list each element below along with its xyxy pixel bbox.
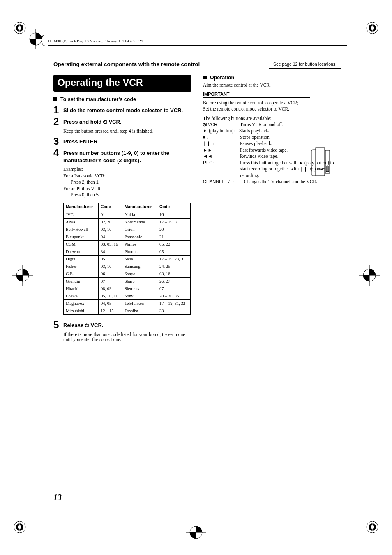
standby-icon	[103, 120, 107, 124]
step-4-text: Press number buttons (1-9, 0) to enter t…	[63, 148, 191, 164]
registration-mark-bottom	[186, 522, 206, 543]
step-5a: Release	[63, 322, 85, 328]
set-code-subhead: To set the manufacturer's code	[53, 97, 191, 102]
page-number: 13	[53, 493, 62, 502]
header-curve	[42, 35, 48, 46]
step-1: 1 Slide the remote control mode selector…	[53, 106, 191, 115]
registration-mark-left	[12, 265, 33, 286]
page-body: TH-M303[B].book Page 13 Monday, February…	[45, 37, 347, 518]
btn-row-stop: ■ : Stops operation.	[203, 134, 341, 141]
table-row: Bell+Howell03, 16Orion20	[64, 226, 191, 233]
play-desc: Starts playback.	[239, 128, 341, 134]
imp-line2b: VCR	[278, 106, 288, 111]
table-cell: 17 – 19, 31, 32	[157, 299, 190, 307]
table-cell: 20	[157, 226, 190, 233]
table-cell: Bell+Howell	[64, 226, 99, 233]
standby-icon	[85, 323, 89, 327]
table-cell: Orion	[122, 226, 157, 233]
step-2a: Press and hold	[63, 119, 103, 125]
example-panasonic: For a Panasonic VCR:	[63, 173, 191, 180]
operation-head: Operation	[203, 75, 341, 81]
table-cell: 28 – 30, 35	[157, 292, 190, 299]
step-2-sub: Keep the button pressed until step 4 is …	[63, 129, 191, 134]
th-code-2: Code	[157, 203, 190, 211]
step-5: 5 Release VCR.	[53, 320, 191, 329]
step-3: 3 Press ENTER.	[53, 137, 191, 146]
pause-symbol: ❙❙ :	[203, 140, 240, 147]
table-cell: 04, 05	[99, 299, 122, 307]
step-2-text: Press and hold VCR.	[63, 117, 121, 126]
right-column: Operation Aim the remote control at the …	[203, 75, 341, 345]
table-cell: Panasonic	[122, 233, 157, 240]
table-cell: Magnavox	[64, 299, 99, 307]
step-num-3: 3	[53, 137, 61, 146]
table-row: JVC01Nokia16	[64, 211, 191, 218]
table-cell: Aiwa	[64, 218, 99, 226]
step-num-5: 5	[53, 320, 61, 329]
channel-desc: Changes the TV channels on the VCR.	[244, 179, 341, 185]
examples-title: Examples:	[63, 166, 191, 173]
table-cell: Hitachi	[64, 285, 99, 292]
vcr-btn-label: VCR:	[207, 122, 219, 127]
table-cell: Siemens	[122, 285, 157, 292]
btn-row-play: ► (play button): Starts playback.	[203, 128, 341, 134]
power-desc: Turns VCR on and off.	[240, 122, 341, 128]
important-rule	[203, 97, 310, 98]
table-cell: 07	[99, 277, 122, 285]
ex-press-a: Press	[71, 180, 82, 184]
table-cell: Blaupunkt	[64, 233, 99, 240]
ff-symbol: ►► :	[203, 147, 240, 154]
table-cell: Mitsubishi	[64, 307, 99, 314]
registration-mark-right	[359, 265, 380, 286]
btn-row-power: VCR: Turns VCR on and off.	[203, 122, 341, 128]
important-label: IMPORTANT	[203, 92, 341, 97]
vcr-heading: Operating the VCR	[53, 75, 191, 92]
table-cell: 06	[99, 270, 122, 277]
ex-dot-a: .	[99, 180, 100, 184]
table-cell: 05, 10, 11	[99, 292, 122, 299]
pause-desc: Pauses playback.	[240, 140, 341, 147]
section-header-row: Operating external components with the r…	[53, 60, 341, 69]
crop-mark-top-right	[365, 21, 380, 35]
rec-symbol: REC:	[203, 160, 240, 179]
example-panasonic-keys: Press 2, then 1.	[71, 179, 191, 186]
table-cell: Fisher	[64, 263, 99, 270]
table-cell: Samsung	[122, 263, 157, 270]
table-row: CGM03, 05, 16Philips05, 22	[64, 240, 191, 248]
table-row: Digtal05Saba17 – 19, 23, 31	[64, 255, 191, 263]
btn-row-pause: ❙❙ : Pauses playback.	[203, 140, 341, 147]
table-cell: Telefunken	[122, 299, 157, 307]
btn-row-channel: CHANNEL +/– : Changes the TV channels on…	[203, 179, 341, 185]
table-cell: 03, 16	[99, 226, 122, 233]
table-row: Grundig07Sharp26, 27	[64, 277, 191, 285]
table-cell: 24, 25	[157, 263, 190, 270]
step-num-2: 2	[53, 117, 61, 126]
table-cell: 05, 22	[157, 240, 190, 248]
crop-mark-bottom-left	[12, 520, 27, 534]
table-cell: 16	[157, 211, 190, 218]
power-symbol: VCR:	[203, 122, 240, 128]
imp-line1: Before using the remote control to opera…	[203, 100, 298, 105]
table-cell: 02, 20	[99, 218, 122, 226]
crop-mark-top-left	[12, 21, 27, 35]
ex-press-b: Press	[71, 192, 82, 197]
available-text: The following buttons are available:	[203, 115, 341, 122]
code-table: Manufac-turer Code Manufac-turer Code JV…	[63, 203, 191, 315]
example-philips-keys: Press 0, then 5.	[71, 192, 191, 198]
table-row: G.E.06Sanyo03, 16	[64, 270, 191, 277]
table-cell: 34	[99, 248, 122, 255]
table-cell: 03, 16	[99, 263, 122, 270]
crop-mark-bottom-right	[365, 520, 380, 534]
step-4: 4 Press number buttons (1-9, 0) to enter…	[53, 148, 191, 164]
step-num-1: 1	[53, 106, 61, 115]
svg-rect-41	[316, 148, 325, 176]
ex-then-b: , then	[84, 192, 96, 197]
step-num-4: 4	[53, 148, 61, 157]
table-cell: 03, 05, 16	[99, 240, 122, 248]
table-cell: 07	[157, 285, 190, 292]
channel-symbol: CHANNEL +/– :	[203, 179, 244, 185]
diagram-vcr-label: VCR	[318, 168, 323, 170]
rew-symbol: ◄◄ :	[203, 153, 240, 160]
aim-text: Aim the remote control at the VCR.	[203, 82, 341, 88]
table-cell: 05	[157, 248, 190, 255]
